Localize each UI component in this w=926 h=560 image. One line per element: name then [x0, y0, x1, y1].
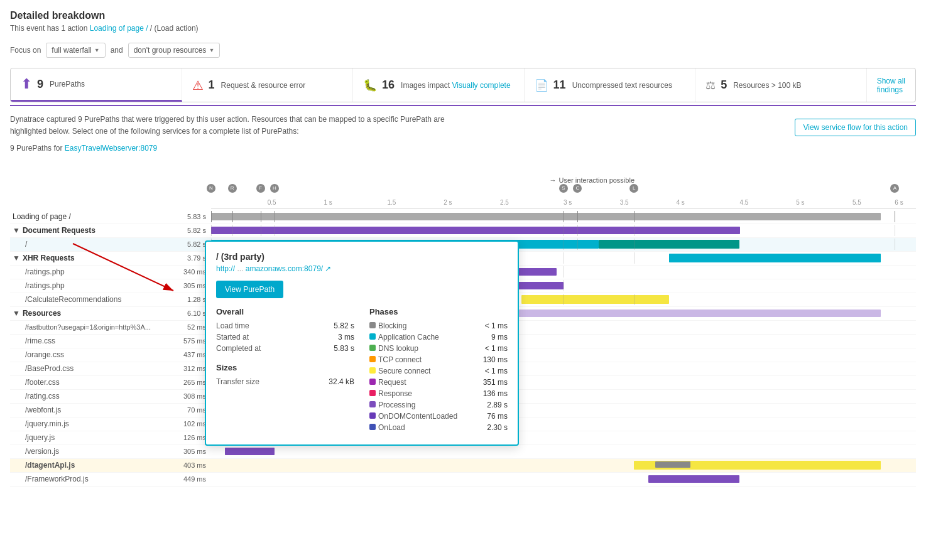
- phase-onload: OnLoad 2.30 s: [369, 423, 508, 432]
- pure-paths-info: 9 PurePaths for EasyTravelWebserver:8079: [10, 143, 916, 154]
- marker-A: A: [895, 184, 899, 193]
- error-icon: ⚠: [192, 78, 204, 93]
- marker-N: N: [211, 184, 215, 193]
- popup-completed-at: Completed at 5.83 s: [216, 344, 354, 353]
- popup-url: http:// ... amazonaws.com:8079/ ↗: [216, 264, 508, 273]
- finding-resource-error[interactable]: ⚠ 1 Request & resource error: [182, 68, 354, 102]
- finding-resources-100kb[interactable]: ⚖ 5 Resources > 100 kB: [695, 68, 867, 102]
- popup-transfer-size: Transfer size 32.4 kB: [216, 377, 354, 386]
- popup-overall-col: Overall Load time 5.82 s Started at 3 ms…: [216, 307, 354, 434]
- file-icon: 📄: [535, 78, 548, 92]
- popup-title: / (3rd party): [216, 252, 508, 262]
- page-subtitle: This event has 1 action Loading of page …: [10, 24, 916, 33]
- popup-started-at: Started at 3 ms: [216, 333, 354, 342]
- phase-dns: DNS lookup < 1 ms: [369, 344, 508, 353]
- marker-S: S: [564, 184, 568, 193]
- phase-secure-connect: Secure connect < 1 ms: [369, 367, 508, 375]
- phase-blocking: Blocking < 1 ms: [369, 321, 508, 330]
- marker-L2: L: [634, 184, 638, 193]
- view-pure-path-button[interactable]: View PurePath: [216, 281, 283, 298]
- chevron-down-icon-2: ▼: [209, 47, 214, 53]
- show-all-link[interactable]: Show allfindings: [877, 77, 905, 94]
- findings-bar: ⬆ 9 PurePaths ⚠ 1 Request & resource err…: [10, 68, 916, 102]
- user-interaction-label: → User interaction possible: [550, 176, 635, 184]
- focus-bar: Focus on full waterfall ▼ and don't grou…: [10, 43, 916, 58]
- show-all-findings[interactable]: Show allfindings: [867, 68, 915, 102]
- row-dtagent-api-js[interactable]: /dtagentApi.js 403 ms: [10, 459, 916, 473]
- phase-processing: Processing 2.89 s: [369, 401, 508, 409]
- focus-dropdown-1[interactable]: full waterfall ▼: [46, 43, 105, 58]
- service-flow-button[interactable]: View service flow for this action: [795, 119, 916, 136]
- popup-load-time: Load time 5.82 s: [216, 321, 354, 330]
- popup-grid: Overall Load time 5.82 s Started at 3 ms…: [216, 307, 508, 434]
- row-document-requests[interactable]: ▼Document Requests 5.82 s: [10, 224, 916, 238]
- page-wrapper: Detailed breakdown This event has 1 acti…: [0, 0, 926, 497]
- finding-uncompressed[interactable]: 📄 11 Uncompressed text resources: [525, 68, 696, 102]
- row-loading-of-page[interactable]: Loading of page / 5.83 s: [10, 210, 916, 224]
- info-section: View service flow for this action Dynatr…: [10, 105, 916, 163]
- row-framework-prod-js[interactable]: /FrameworkProd.js 449 ms: [10, 473, 916, 487]
- marker-C: C: [577, 184, 582, 193]
- finding-pure-paths[interactable]: ⬆ 9 PurePaths: [11, 68, 182, 102]
- waterfall-section: N R F H S C L: [10, 178, 916, 487]
- finding-images-impact[interactable]: 🐛 16 Images impact Visually complete: [353, 68, 525, 102]
- marker-F: F: [261, 184, 265, 193]
- popup-overlay: / (3rd party) http:// ... amazonaws.com:…: [205, 240, 519, 446]
- images-icon: 🐛: [363, 78, 377, 92]
- phase-app-cache: Application Cache 9 ms: [369, 333, 508, 342]
- phase-dom-content-loaded: OnDOMContentLoaded 76 ms: [369, 412, 508, 421]
- focus-dropdown-2[interactable]: don't group resources ▼: [128, 43, 221, 58]
- row-version-js[interactable]: /version.js 305 ms: [10, 445, 916, 459]
- marker-R: R: [232, 184, 237, 193]
- info-text: Dynatrace captured 9 PurePaths that were…: [10, 114, 450, 137]
- pure-paths-icon: ⬆: [21, 76, 32, 92]
- balance-icon: ⚖: [705, 78, 716, 92]
- phase-request: Request 351 ms: [369, 378, 508, 387]
- page-title: Detailed breakdown: [10, 10, 916, 21]
- popup-phases-col: Phases Blocking < 1 ms Application Cache…: [369, 307, 508, 434]
- chevron-down-icon: ▼: [94, 47, 100, 53]
- server-link[interactable]: EasyTravelWebserver:8079: [65, 144, 157, 153]
- marker-H: H: [275, 184, 279, 193]
- phase-tcp: TCP connect 130 ms: [369, 355, 508, 364]
- action-link[interactable]: Loading of page /: [90, 24, 148, 33]
- phase-response: Response 136 ms: [369, 389, 508, 398]
- popup-sizes-section: Sizes Transfer size 32.4 kB: [216, 363, 354, 386]
